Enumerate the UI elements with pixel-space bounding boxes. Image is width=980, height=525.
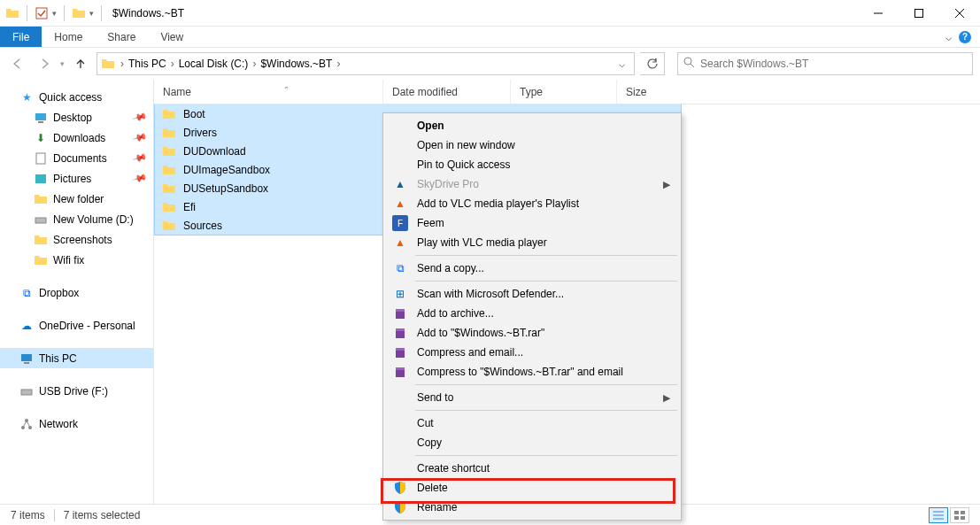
breadcrumb-item[interactable]: Local Disk (C:) bbox=[176, 58, 251, 70]
svg-rect-7 bbox=[35, 113, 46, 120]
menu-send-copy[interactable]: ⧉Send a copy... bbox=[385, 259, 679, 278]
documents-icon bbox=[34, 151, 48, 166]
ribbon-tabs: File Home Share View ⌵ ? bbox=[0, 27, 980, 48]
breadcrumb-dropdown-icon[interactable]: ⌵ bbox=[613, 58, 630, 70]
sidebar-item-desktop[interactable]: Desktop📌 bbox=[0, 107, 153, 127]
menu-send-to[interactable]: Send to▶ bbox=[385, 388, 679, 407]
column-date[interactable]: Date modified bbox=[382, 80, 510, 104]
sidebar-item-documents[interactable]: Documents📌 bbox=[0, 148, 153, 168]
qat-folder-icon[interactable] bbox=[72, 6, 86, 20]
sidebar-quick-access[interactable]: ★ Quick access bbox=[0, 87, 153, 107]
menu-open-new-window[interactable]: Open in new window bbox=[385, 135, 679, 155]
menu-vlc-add[interactable]: ▲Add to VLC media player's Playlist bbox=[385, 194, 679, 213]
help-icon[interactable]: ? bbox=[959, 31, 971, 43]
sidebar-item-newfolder[interactable]: New folder bbox=[0, 189, 153, 209]
search-box[interactable] bbox=[677, 52, 973, 75]
sidebar-item-newvolume[interactable]: New Volume (D:) bbox=[0, 209, 153, 229]
svg-rect-25 bbox=[396, 367, 405, 370]
status-selected-count: 7 items selected bbox=[64, 509, 141, 521]
archive-icon bbox=[392, 305, 408, 321]
breadcrumb-item[interactable]: This PC bbox=[126, 58, 169, 70]
back-button[interactable] bbox=[7, 53, 28, 74]
close-button[interactable] bbox=[939, 0, 980, 27]
sort-asc-icon: ˆ bbox=[285, 86, 289, 98]
sidebar-item-downloads[interactable]: ⬇ Downloads📌 bbox=[0, 127, 153, 148]
svg-rect-0 bbox=[36, 8, 47, 19]
qat-dropdown-icon[interactable]: ▾ bbox=[52, 9, 57, 18]
menu-create-shortcut[interactable]: Create shortcut bbox=[385, 459, 679, 478]
sidebar-item-screenshots[interactable]: Screenshots bbox=[0, 229, 153, 250]
qat-checkbox-icon[interactable] bbox=[35, 6, 49, 20]
menu-defender[interactable]: ⊞Scan with Microsoft Defender... bbox=[385, 284, 679, 304]
column-type[interactable]: Type bbox=[510, 80, 616, 104]
menu-rename[interactable]: Rename bbox=[385, 498, 679, 517]
chevron-right-icon: ▶ bbox=[663, 179, 670, 190]
archive-icon bbox=[392, 364, 408, 380]
menu-compress-email[interactable]: Compress and email... bbox=[385, 343, 679, 362]
vlc-icon: ▲ bbox=[392, 235, 408, 251]
menu-skydrive-pro[interactable]: ▲SkyDrive Pro▶ bbox=[385, 174, 679, 194]
menu-compress-to-email[interactable]: Compress to "$Windows.~BT.rar" and email bbox=[385, 362, 679, 382]
archive-icon bbox=[392, 344, 408, 360]
svg-rect-8 bbox=[38, 121, 43, 123]
pin-icon: 📌 bbox=[132, 150, 149, 166]
svg-rect-9 bbox=[36, 153, 45, 164]
folder-icon bbox=[162, 126, 176, 140]
menu-add-archive-to[interactable]: Add to "$Windows.~BT.rar" bbox=[385, 323, 679, 343]
view-details-button[interactable] bbox=[929, 507, 948, 523]
sidebar-onedrive[interactable]: ☁ OneDrive - Personal bbox=[0, 315, 153, 336]
menu-feem[interactable]: FFeem bbox=[385, 213, 679, 233]
menu-open[interactable]: Open bbox=[385, 116, 679, 135]
column-name[interactable]: Nameˆ bbox=[154, 80, 382, 104]
svg-rect-2 bbox=[915, 9, 923, 17]
refresh-button[interactable] bbox=[640, 52, 665, 75]
tab-view[interactable]: View bbox=[148, 27, 196, 47]
breadcrumb[interactable]: › This PC › Local Disk (C:) › $Windows.~… bbox=[96, 52, 635, 75]
column-size[interactable]: Size bbox=[616, 80, 687, 104]
sidebar-this-pc[interactable]: This PC bbox=[0, 348, 153, 368]
svg-rect-14 bbox=[21, 390, 32, 395]
forward-button[interactable] bbox=[34, 53, 55, 74]
menu-pin-quick-access[interactable]: Pin to Quick access bbox=[385, 155, 679, 174]
tab-home[interactable]: Home bbox=[42, 27, 95, 47]
svg-rect-10 bbox=[35, 174, 46, 183]
folder-icon bbox=[162, 163, 176, 177]
breadcrumb-item[interactable]: $Windows.~BT bbox=[258, 58, 335, 70]
up-button[interactable] bbox=[70, 53, 91, 74]
feem-icon: F bbox=[392, 215, 408, 231]
menu-vlc-play[interactable]: ▲Play with VLC media player bbox=[385, 233, 679, 252]
svg-line-6 bbox=[691, 64, 694, 67]
svg-point-5 bbox=[684, 58, 691, 65]
folder-icon bbox=[34, 253, 48, 267]
view-thumbnails-button[interactable] bbox=[950, 507, 969, 523]
minimize-button[interactable] bbox=[858, 0, 899, 27]
folder-icon bbox=[34, 233, 48, 247]
sidebar-item-wififix[interactable]: Wifi fix bbox=[0, 250, 153, 270]
pin-icon: 📌 bbox=[132, 170, 149, 186]
svg-rect-11 bbox=[35, 218, 46, 223]
menu-cut[interactable]: Cut bbox=[385, 413, 679, 433]
tab-share[interactable]: Share bbox=[95, 27, 148, 47]
tab-file[interactable]: File bbox=[0, 27, 42, 47]
search-input[interactable] bbox=[700, 58, 967, 70]
sidebar-usb[interactable]: USB Drive (F:) bbox=[0, 381, 153, 401]
maximize-button[interactable] bbox=[899, 0, 939, 27]
menu-add-archive[interactable]: Add to archive... bbox=[385, 304, 679, 323]
svg-rect-19 bbox=[396, 309, 405, 312]
folder-icon bbox=[162, 200, 176, 214]
recent-locations-icon[interactable]: ▾ bbox=[60, 59, 65, 68]
app-folder-icon bbox=[5, 6, 19, 20]
svg-rect-12 bbox=[21, 354, 32, 361]
column-headers: Nameˆ Date modified Type Size bbox=[154, 80, 980, 104]
downloads-icon: ⬇ bbox=[34, 131, 48, 145]
sidebar-network[interactable]: Network bbox=[0, 413, 153, 434]
chevron-right-icon: ▶ bbox=[663, 392, 670, 404]
menu-copy[interactable]: Copy bbox=[385, 433, 679, 452]
shield-icon bbox=[392, 499, 408, 515]
qat-dropdown-icon-2[interactable]: ▾ bbox=[89, 9, 94, 18]
svg-rect-32 bbox=[961, 516, 965, 520]
sidebar-dropbox[interactable]: ⧉ Dropbox bbox=[0, 282, 153, 303]
ribbon-expand-icon[interactable]: ⌵ bbox=[945, 31, 952, 43]
sidebar-item-pictures[interactable]: Pictures📌 bbox=[0, 168, 153, 189]
menu-delete[interactable]: Delete bbox=[385, 478, 679, 498]
